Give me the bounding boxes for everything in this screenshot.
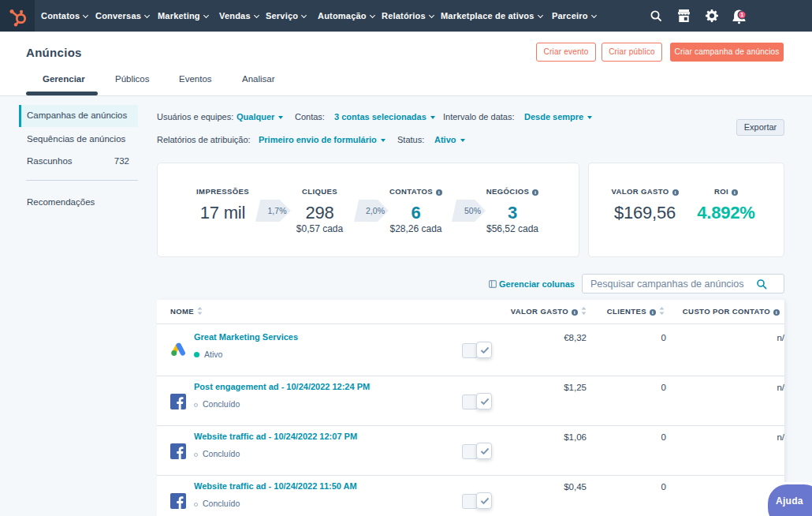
- svg-text:1: 1: [740, 12, 743, 17]
